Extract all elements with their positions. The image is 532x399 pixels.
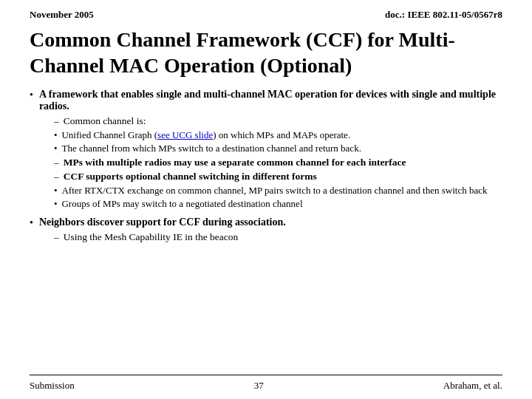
- sub-text-1-3-1: After RTX/CTX exchange on common channel…: [61, 185, 502, 197]
- footer-center: 37: [254, 380, 264, 392]
- header-doc: doc.: IEEE 802.11-05/0567r8: [385, 9, 502, 21]
- sub-dot-1-1-2: •: [54, 143, 58, 154]
- ucg-link[interactable]: see UCG slide: [157, 129, 213, 140]
- dash-item-1-2: – MPs with multiple radios may use a sep…: [54, 157, 502, 168]
- bullet-content-1: A framework that enables single and mult…: [39, 89, 502, 212]
- sub-text-1-3-2: Groups of MPs may switch to a negotiated…: [61, 198, 502, 210]
- sub-bullets-1-1: • Unified Channel Graph (see UCG slide) …: [54, 129, 502, 154]
- page-title: Common Channel Framework (CCF) for Multi…: [30, 27, 502, 78]
- footer-right: Abraham, et al.: [443, 380, 502, 392]
- dash-1-3: –: [54, 171, 59, 183]
- header-date: November 2005: [30, 9, 94, 21]
- footer-left: Submission: [30, 380, 75, 392]
- dash-text-1-2: MPs with multiple radios may use a separ…: [64, 157, 502, 168]
- bullet-item-2: • Neighbors discover support for CCF dur…: [30, 216, 502, 245]
- dash-text-1-1: Common channel is:: [64, 115, 502, 127]
- sub-dot-1-1-1: •: [54, 129, 58, 141]
- sub-bullet-1-1-1: • Unified Channel Graph (see UCG slide) …: [54, 129, 502, 141]
- dash-text-1-3: CCF supports optional channel switching …: [64, 171, 502, 183]
- bullet-content-2: Neighbors discover support for CCF durin…: [39, 216, 502, 245]
- bullet-main-2: Neighbors discover support for CCF durin…: [39, 216, 502, 228]
- sub-bullet-1-3-1: • After RTX/CTX exchange on common chann…: [54, 185, 502, 197]
- sub-text-1-1-1: Unified Channel Graph (see UCG slide) on…: [61, 129, 502, 141]
- page: November 2005 doc.: IEEE 802.11-05/0567r…: [0, 0, 532, 399]
- dash-item-1-1: – Common channel is:: [54, 115, 502, 127]
- dash-1-1: –: [54, 115, 59, 127]
- dash-2-1: –: [54, 231, 59, 243]
- dash-text-2-1: Using the Mesh Capability IE in the beac…: [64, 231, 502, 243]
- content-area: • A framework that enables single and mu…: [30, 89, 502, 370]
- bullet-item-1: • A framework that enables single and mu…: [30, 89, 502, 212]
- sub-dot-1-3-1: •: [54, 185, 58, 197]
- sub-text-1-1-2: The channel from which MPs switch to a d…: [61, 143, 502, 154]
- sub-bullet-1-3-2: • Groups of MPs may switch to a negotiat…: [54, 198, 502, 210]
- footer: Submission 37 Abraham, et al.: [30, 375, 502, 392]
- dash-item-2-1: – Using the Mesh Capability IE in the be…: [54, 231, 502, 243]
- bullet-dot-1: •: [30, 89, 33, 101]
- dash-1-2: –: [54, 157, 59, 168]
- sub-bullets-1-3: • After RTX/CTX exchange on common chann…: [54, 185, 502, 210]
- dash-item-1-3: – CCF supports optional channel switchin…: [54, 171, 502, 183]
- sub-dot-1-3-2: •: [54, 198, 58, 210]
- sub-bullet-1-1-2: • The channel from which MPs switch to a…: [54, 143, 502, 154]
- bullet-dot-2: •: [30, 217, 33, 229]
- bullet-main-1: A framework that enables single and mult…: [39, 89, 502, 112]
- header: November 2005 doc.: IEEE 802.11-05/0567r…: [30, 9, 502, 21]
